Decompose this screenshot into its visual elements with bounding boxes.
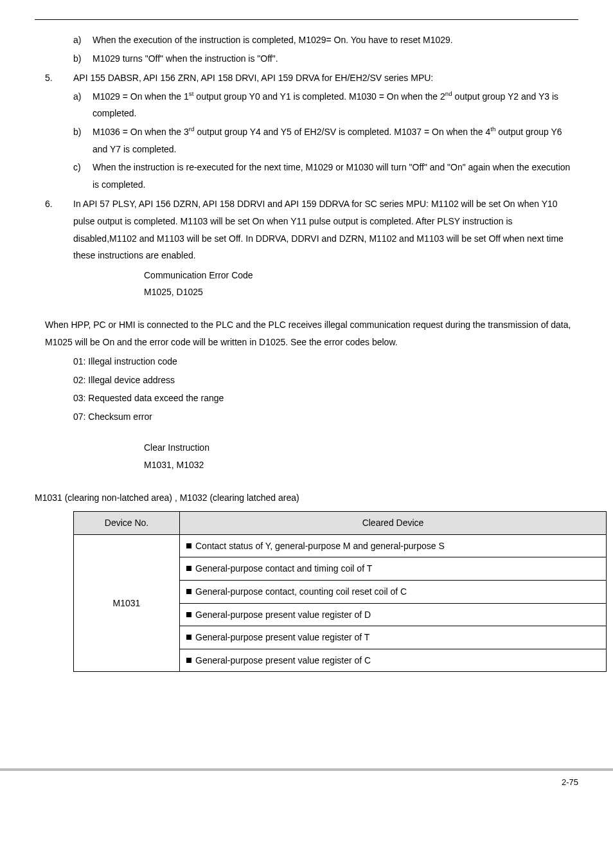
- title: Clear Instruction: [144, 439, 578, 457]
- t: M1029 = On when the 1: [93, 91, 189, 102]
- text: When the instruction is re-executed for …: [93, 159, 578, 193]
- text: M1029 = On when the 1st output group Y0 …: [93, 88, 578, 122]
- text: M1036 = On when the 3rd output group Y4 …: [93, 123, 578, 158]
- text: In API 57 PLSY, API 156 DZRN, API 158 DD…: [73, 195, 578, 264]
- marker-b: b): [73, 123, 93, 158]
- sup: rd: [189, 125, 195, 132]
- page-footer: 2-75: [0, 768, 613, 791]
- t: General-purpose present value register o…: [195, 632, 369, 642]
- section-heading: Communication Error Code M1025, D1025: [144, 267, 578, 301]
- error-codes-list: 01: Illegal instruction code 02: Illegal…: [73, 353, 578, 425]
- t: General-purpose present value register o…: [195, 610, 371, 620]
- t: General-purpose contact, counting coil r…: [195, 586, 407, 597]
- t: General-purpose present value register o…: [195, 655, 371, 665]
- square-bullet-icon: [186, 635, 191, 640]
- t: Contact status of Y, general-purpose M a…: [195, 541, 445, 551]
- cell: General-purpose present value register o…: [180, 626, 607, 649]
- cell: General-purpose present value register o…: [180, 649, 607, 672]
- square-bullet-icon: [186, 589, 191, 594]
- list-item: a) M1029 = On when the 1st output group …: [73, 88, 578, 122]
- top-rule: [35, 19, 578, 20]
- refs: M1031, M1032: [144, 457, 578, 474]
- cell: General-purpose contact, counting coil r…: [180, 581, 607, 604]
- t: output group Y4 and Y5 of EH2/SV is comp…: [195, 127, 491, 137]
- list-item-5: 5. API 155 DABSR, API 156 ZRN, API 158 D…: [45, 69, 578, 194]
- square-bullet-icon: [186, 543, 191, 548]
- code-02: 02: Illegal device address: [73, 372, 578, 389]
- refs: M1025, D1025: [144, 284, 578, 301]
- title: Communication Error Code: [144, 267, 578, 284]
- paragraph: M1031 (clearing non-latched area) , M103…: [35, 489, 578, 507]
- table-row: M1031 Contact status of Y, general-purpo…: [74, 534, 607, 557]
- code-07: 07: Checksum error: [73, 408, 578, 426]
- sublist: a) M1029 = On when the 1st output group …: [73, 88, 578, 194]
- text: M1029 turns "Off" when the instruction i…: [93, 50, 578, 68]
- square-bullet-icon: [186, 612, 191, 617]
- device-cell: M1031: [74, 534, 180, 672]
- marker-5: 5.: [45, 69, 73, 194]
- code-01: 01: Illegal instruction code: [73, 353, 578, 370]
- intro-text: API 155 DABSR, API 156 ZRN, API 158 DRVI…: [73, 69, 578, 87]
- page-number: 2-75: [562, 777, 578, 787]
- cell: Contact status of Y, general-purpose M a…: [180, 534, 607, 557]
- marker-6: 6.: [45, 195, 73, 264]
- list-item: c) When the instruction is re-executed f…: [73, 159, 578, 193]
- marker-b: b): [73, 50, 93, 68]
- marker-c: c): [73, 159, 93, 193]
- code-03: 03: Requested data exceed the range: [73, 390, 578, 407]
- cell: General-purpose present value register o…: [180, 603, 607, 626]
- cleared-device-table: Device No. Cleared Device M1031 Contact …: [73, 511, 607, 672]
- list-item: b) M1036 = On when the 3rd output group …: [73, 123, 578, 158]
- square-bullet-icon: [186, 566, 191, 571]
- paragraph: When HPP, PC or HMI is connected to the …: [45, 316, 578, 350]
- content: API 155 DABSR, API 156 ZRN, API 158 DRVI…: [73, 69, 578, 194]
- cell: General-purpose contact and timing coil …: [180, 557, 607, 581]
- list-item: a) When the execution of the instruction…: [73, 32, 578, 49]
- section-heading: Clear Instruction M1031, M1032: [144, 439, 578, 473]
- square-bullet-icon: [186, 658, 191, 663]
- numbered-list: 5. API 155 DABSR, API 156 ZRN, API 158 D…: [45, 69, 578, 264]
- t: output group Y0 and Y1 is completed. M10…: [193, 91, 445, 102]
- table-header-row: Device No. Cleared Device: [74, 512, 607, 535]
- list-item: b) M1029 turns "Off" when the instructio…: [73, 50, 578, 68]
- text: When the execution of the instruction is…: [93, 32, 578, 49]
- marker-a: a): [73, 88, 93, 122]
- marker-a: a): [73, 32, 93, 49]
- t: M1036 = On when the 3: [93, 127, 189, 137]
- sublist-ab: a) When the execution of the instruction…: [73, 32, 578, 67]
- th-cleared: Cleared Device: [180, 512, 607, 535]
- th-device: Device No.: [74, 512, 180, 535]
- list-item-6: 6. In API 57 PLSY, API 156 DZRN, API 158…: [45, 195, 578, 264]
- sup: nd: [445, 90, 452, 97]
- t: General-purpose contact and timing coil …: [195, 563, 372, 574]
